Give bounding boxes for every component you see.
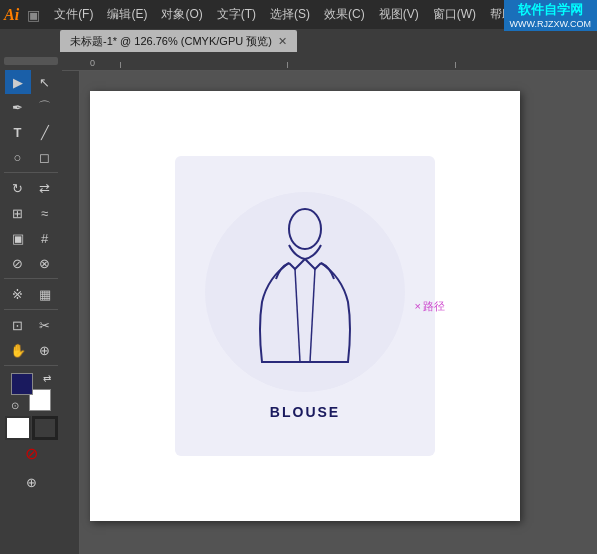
slice-tool[interactable]: ✂ [32, 313, 58, 337]
blend-tool[interactable]: ⊗ [32, 251, 58, 275]
tool-separator-4 [4, 365, 58, 366]
menu-text[interactable]: 文字(T) [211, 4, 262, 25]
symbol-tool[interactable]: ※ [5, 282, 31, 306]
main-area: ▶ ↖ ✒ ⌒ T ╱ ○ ◻ ↻ ⇄ ⊞ ≈ ▣ # ⊘ ⊗ [0, 53, 597, 554]
blouse-card: ×路径 BLOUSE [175, 156, 435, 456]
color-boxes: ⇄ ⊙ [11, 373, 51, 411]
tool-separator-2 [4, 278, 58, 279]
ellipse-tool[interactable]: ○ [5, 145, 31, 169]
svg-point-0 [289, 209, 321, 249]
document-tab[interactable]: 未标题-1* @ 126.76% (CMYK/GPU 预览) ✕ [60, 30, 297, 52]
tool-row-11: ✋ ⊕ [2, 338, 60, 362]
rotate-tool[interactable]: ↻ [5, 176, 31, 200]
foreground-color-box[interactable] [11, 373, 33, 395]
draw-mode-area: ⊕ [2, 470, 60, 494]
tool-row-10: ⊡ ✂ [2, 313, 60, 337]
tab-close-button[interactable]: ✕ [278, 35, 287, 48]
mesh-tool[interactable]: # [32, 226, 58, 250]
menu-view[interactable]: 视图(V) [373, 4, 425, 25]
ruler-top-ticks: 0 [80, 58, 597, 68]
toolbar-handle [4, 57, 58, 65]
tool-row-9: ※ ▦ [2, 282, 60, 306]
gradient-tool[interactable]: ▣ [5, 226, 31, 250]
canvas-area: 0 [62, 53, 597, 554]
tool-row-6: ⊞ ≈ [2, 201, 60, 225]
tab-title: 未标题-1* @ 126.76% (CMYK/GPU 预览) [70, 34, 272, 49]
menu-window[interactable]: 窗口(W) [427, 4, 482, 25]
menu-effect[interactable]: 效果(C) [318, 4, 371, 25]
color-mode-row: . . [2, 416, 60, 440]
watermark-url: WWW.RJZXW.COM [510, 19, 591, 29]
tool-separator-3 [4, 309, 58, 310]
hand-tool[interactable]: ✋ [5, 338, 31, 362]
color-area: ⇄ ⊙ [2, 373, 60, 411]
zoom-tool[interactable]: ⊕ [32, 338, 58, 362]
path-tooltip: ×路径 [415, 299, 445, 314]
blouse-illustration [240, 207, 370, 377]
app-logo: Ai [4, 6, 19, 24]
tab-bar: 未标题-1* @ 126.76% (CMYK/GPU 预览) ✕ [0, 29, 597, 53]
curvature-tool[interactable]: ⌒ [32, 95, 58, 119]
none-button[interactable]: ⊘ [18, 441, 44, 465]
artboard-tool[interactable]: ⊡ [5, 313, 31, 337]
blouse-label: BLOUSE [270, 404, 340, 420]
swap-colors-icon[interactable]: ⇄ [43, 373, 51, 384]
color-none-row: ⊘ [2, 441, 60, 465]
app-icon: ▣ [27, 7, 40, 23]
eyedropper-tool[interactable]: ⊘ [5, 251, 31, 275]
menu-select[interactable]: 选择(S) [264, 4, 316, 25]
eraser-tool[interactable]: ◻ [32, 145, 58, 169]
menu-file[interactable]: 文件(F) [48, 4, 99, 25]
ruler-left [62, 71, 80, 554]
stroke-button[interactable]: . [32, 416, 58, 440]
watermark: 软件自学网 WWW.RJZXW.COM [504, 0, 597, 31]
type-tool[interactable]: T [5, 120, 31, 144]
graph-tool[interactable]: ▦ [32, 282, 58, 306]
direct-selection-tool[interactable]: ↖ [32, 70, 58, 94]
tool-row-8: ⊘ ⊗ [2, 251, 60, 275]
width-tool[interactable]: ⊞ [5, 201, 31, 225]
line-tool[interactable]: ╱ [32, 120, 58, 144]
blouse-circle [205, 192, 405, 392]
draw-mode-button[interactable]: ⊕ [4, 470, 58, 494]
artboard-content: ×路径 BLOUSE [90, 91, 520, 521]
selection-tool[interactable]: ▶ [5, 70, 31, 94]
reflect-tool[interactable]: ⇄ [32, 176, 58, 200]
tool-row-7: ▣ # [2, 226, 60, 250]
ruler-top: 0 [62, 53, 597, 71]
document-canvas[interactable]: ×路径 BLOUSE [90, 91, 520, 521]
warp-tool[interactable]: ≈ [32, 201, 58, 225]
tool-row-1: ▶ ↖ [2, 70, 60, 94]
tool-row-3: T ╱ [2, 120, 60, 144]
left-toolbar: ▶ ↖ ✒ ⌒ T ╱ ○ ◻ ↻ ⇄ ⊞ ≈ ▣ # ⊘ ⊗ [0, 53, 62, 554]
menu-object[interactable]: 对象(O) [155, 4, 208, 25]
tool-separator-1 [4, 172, 58, 173]
menu-edit[interactable]: 编辑(E) [101, 4, 153, 25]
title-bar: Ai ▣ 文件(F) 编辑(E) 对象(O) 文字(T) 选择(S) 效果(C)… [0, 0, 597, 29]
pen-tool[interactable]: ✒ [5, 95, 31, 119]
watermark-title: 软件自学网 [510, 2, 591, 19]
reset-colors-icon[interactable]: ⊙ [11, 400, 19, 411]
tool-row-2: ✒ ⌒ [2, 95, 60, 119]
tool-row-4: ○ ◻ [2, 145, 60, 169]
tool-row-5: ↻ ⇄ [2, 176, 60, 200]
fill-button[interactable]: . [5, 416, 31, 440]
